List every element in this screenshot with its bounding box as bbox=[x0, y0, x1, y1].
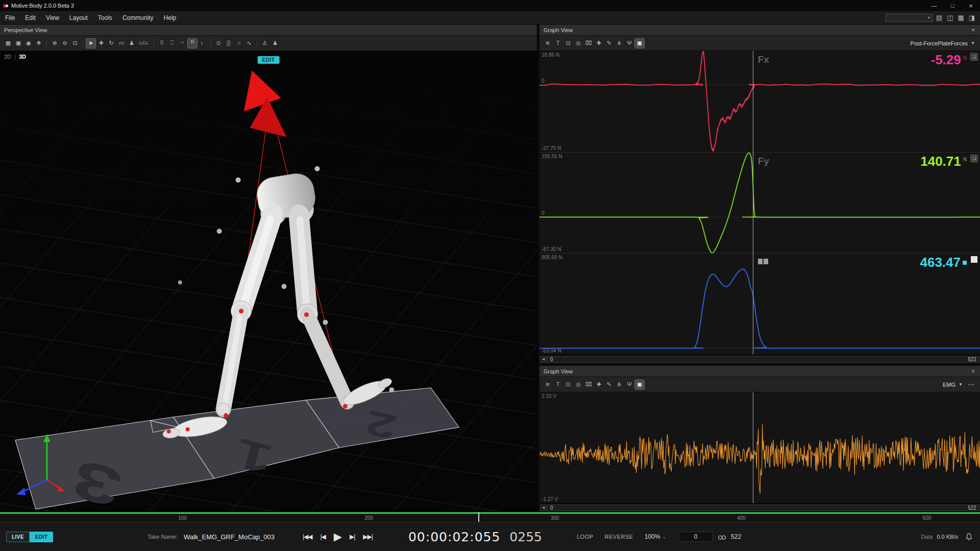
red-marker[interactable] bbox=[186, 427, 190, 431]
timeline-working-range[interactable] bbox=[0, 512, 980, 514]
scroll-left-icon[interactable]: ◀ bbox=[540, 505, 547, 511]
edit-mode-button[interactable]: EDIT bbox=[30, 532, 53, 542]
close-button[interactable]: × bbox=[962, 0, 980, 11]
range-start-field[interactable]: 0 bbox=[678, 532, 713, 542]
tab-2d[interactable]: 2D bbox=[4, 54, 11, 60]
scene-cube-icon[interactable]: ▣ bbox=[14, 39, 23, 48]
play-button[interactable]: ▶ bbox=[334, 531, 341, 543]
zoom-fit-icon[interactable]: ⊡ bbox=[70, 39, 80, 48]
translate-tool-icon[interactable]: ✚ bbox=[96, 39, 106, 48]
viewport-menu-icon[interactable]: ▦ bbox=[4, 39, 13, 48]
graph2-scroll-track[interactable]: 0 522 bbox=[547, 505, 979, 511]
menu-view[interactable]: View bbox=[41, 11, 64, 24]
layout-grid-icon[interactable]: ▦ bbox=[958, 14, 964, 21]
live-mode-button[interactable]: LIVE bbox=[6, 532, 30, 542]
marquee-select-icon[interactable]: ▣ bbox=[635, 39, 644, 48]
minimize-button[interactable]: — bbox=[925, 0, 943, 11]
zoom-out-icon[interactable]: ⊖ bbox=[60, 39, 69, 48]
camera-icon[interactable]: ◉ bbox=[24, 39, 33, 48]
graph1-scroll-track[interactable]: 0 522 bbox=[547, 356, 979, 363]
marker-mode-labeled-icon[interactable]: ⠭ bbox=[167, 39, 177, 48]
menu-community[interactable]: Community bbox=[117, 11, 159, 24]
menu-file[interactable]: File bbox=[0, 11, 20, 24]
pencil-tool-icon[interactable]: ✎ bbox=[604, 39, 614, 48]
visibility-eye-icon[interactable]: ⊙ bbox=[214, 39, 223, 48]
reverse-toggle[interactable]: REVERSE bbox=[605, 534, 633, 540]
pan-tool-icon[interactable]: ✚ bbox=[594, 380, 603, 389]
marker-mode-unlabeled-icon[interactable]: ⠒ bbox=[178, 39, 187, 48]
skip-to-end-button[interactable]: ▶▶| bbox=[363, 533, 373, 540]
marker-mode-selected-icon[interactable]: ⠛ bbox=[188, 39, 197, 48]
fz-plot-options-icon[interactable] bbox=[971, 256, 977, 263]
loop-toggle[interactable]: LOOP bbox=[577, 534, 594, 540]
split-view-icon[interactable]: Ψ bbox=[625, 380, 634, 389]
label-tool-icon[interactable]: T bbox=[553, 39, 562, 48]
graph2-close-icon[interactable]: × bbox=[970, 368, 976, 375]
maximize-button[interactable]: □ bbox=[943, 0, 962, 11]
pan-tool-icon[interactable]: ✚ bbox=[594, 39, 603, 48]
pencil-tool-icon[interactable]: ✎ bbox=[604, 380, 614, 389]
rotate-tool-icon[interactable]: ↻ bbox=[107, 39, 116, 48]
force-chart-area[interactable]: 18.86 N 0 -37.70 N Fx -5.29 N ❏ 155.55 N bbox=[540, 51, 980, 355]
prev-frame-button[interactable]: |◀ bbox=[320, 533, 325, 540]
graph1-close-icon[interactable]: × bbox=[970, 27, 976, 34]
marker-mode-sparse-icon[interactable]: ⠆ bbox=[198, 39, 207, 48]
scroll-left-icon[interactable]: ◀ bbox=[540, 356, 547, 363]
range-end-value[interactable]: 522 bbox=[731, 533, 741, 540]
graph2-scrollbar[interactable]: ◀ 0 522 bbox=[540, 503, 980, 512]
fx-plot-options-icon[interactable]: ❏ bbox=[970, 53, 978, 61]
red-marker[interactable] bbox=[304, 312, 309, 317]
red-marker[interactable] bbox=[343, 404, 348, 409]
menu-edit[interactable]: Edit bbox=[20, 11, 41, 24]
skeleton-view-b-icon[interactable]: ♟ bbox=[271, 39, 280, 48]
frame-number-display[interactable]: 0255 bbox=[509, 530, 542, 544]
viewport-3d[interactable]: 3 1 2 bbox=[0, 51, 537, 512]
subplot-fx[interactable]: 18.86 N 0 -37.70 N Fx -5.29 N ❏ bbox=[540, 51, 980, 152]
marker[interactable] bbox=[314, 166, 320, 171]
skeleton-view-a-icon[interactable]: ♙ bbox=[260, 39, 270, 48]
zoom-region-icon[interactable]: ⊡ bbox=[564, 380, 573, 389]
zoom-region-icon[interactable]: ⊡ bbox=[564, 39, 573, 48]
curve-settings-icon[interactable]: ≋ bbox=[543, 380, 552, 389]
pin-tool-icon[interactable]: ◎ bbox=[574, 39, 583, 48]
marker[interactable] bbox=[217, 229, 222, 234]
menu-help[interactable]: Help bbox=[159, 11, 182, 24]
red-marker[interactable] bbox=[167, 429, 171, 433]
split-view-icon[interactable]: Ψ bbox=[625, 39, 634, 48]
spike-filter-icon[interactable]: ⋔ bbox=[615, 380, 624, 389]
marker[interactable] bbox=[281, 284, 286, 289]
menu-layout[interactable]: Layout bbox=[64, 11, 93, 24]
marker-size-icon[interactable]: ○ bbox=[234, 39, 243, 48]
marker-mode-all-icon[interactable]: ⠿ bbox=[157, 39, 166, 48]
layout-split-icon[interactable]: ◫ bbox=[947, 14, 953, 21]
tab-3d[interactable]: 3D bbox=[19, 54, 26, 60]
take-name-value[interactable]: Walk_EMG_GRF_MoCap_003 bbox=[184, 533, 275, 541]
delete-keys-icon[interactable]: ⌧ bbox=[584, 39, 593, 48]
graph2-preset-dropdown[interactable]: EMG ▼ ⋯ bbox=[943, 381, 977, 388]
timeline-playhead[interactable] bbox=[478, 512, 479, 522]
trajectory-view-icon[interactable]: ∿ bbox=[244, 39, 254, 48]
pin-tool-icon[interactable]: ◎ bbox=[574, 380, 583, 389]
fy-plot-options-icon[interactable]: ❏ bbox=[970, 155, 978, 162]
delete-keys-icon[interactable]: ⌧ bbox=[584, 380, 593, 389]
red-marker[interactable] bbox=[224, 413, 228, 418]
menu-tools[interactable]: Tools bbox=[93, 11, 117, 24]
notifications-bell-icon[interactable] bbox=[965, 533, 973, 541]
3d-scene[interactable]: 3 1 2 bbox=[0, 51, 537, 512]
subplot-emg[interactable]: 2.33 V -1.27 V bbox=[540, 392, 980, 503]
marker[interactable] bbox=[236, 178, 241, 183]
zoom-in-icon[interactable]: ⊕ bbox=[50, 39, 59, 48]
skip-to-start-button[interactable]: |◀◀ bbox=[303, 533, 312, 540]
label-tool-icon[interactable]: T bbox=[553, 380, 562, 389]
capture-volume-icon[interactable]: ❖ bbox=[34, 39, 43, 48]
graph1-scrollbar[interactable]: ◀ 0 522 bbox=[540, 355, 980, 363]
graph1-playhead[interactable] bbox=[753, 51, 753, 355]
frame-search-icon[interactable] bbox=[718, 534, 726, 540]
red-marker[interactable] bbox=[239, 309, 243, 313]
timeline-scrubber[interactable]: 100200300400500 bbox=[0, 512, 980, 522]
next-frame-button[interactable]: ▶| bbox=[350, 533, 355, 540]
marker[interactable] bbox=[389, 387, 394, 392]
playback-speed-dropdown[interactable]: 100% ⌄ bbox=[645, 533, 666, 540]
layout-single-icon[interactable]: ▤ bbox=[936, 14, 942, 21]
graph1-preset-dropdown[interactable]: Post-ForcePlateForces ▼ bbox=[911, 40, 977, 46]
